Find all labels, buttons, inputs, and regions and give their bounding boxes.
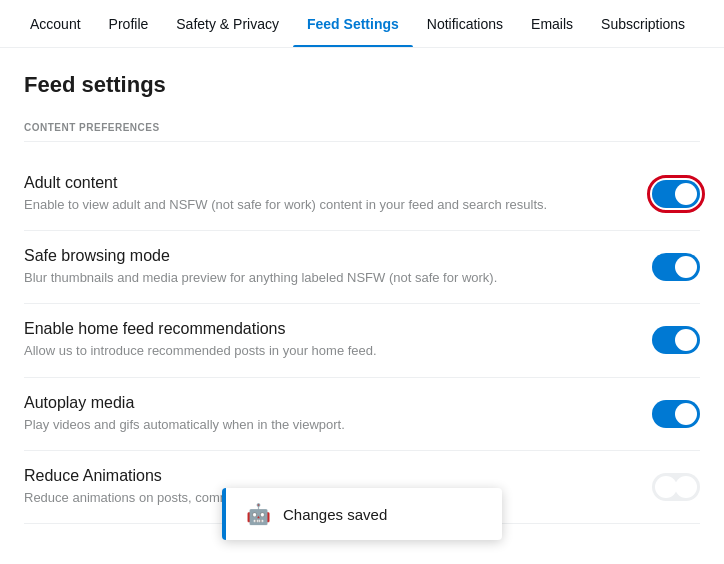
nav-bar: AccountProfileSafety & PrivacyFeed Setti… — [0, 0, 724, 48]
toggle-wrapper-adult-content[interactable] — [652, 180, 700, 208]
settings-title-autoplay-media: Autoplay media — [24, 394, 628, 412]
toggle-safe-browsing[interactable] — [652, 253, 700, 281]
nav-item-profile[interactable]: Profile — [95, 0, 163, 48]
settings-desc-home-feed-recommendations: Allow us to introduce recommended posts … — [24, 342, 628, 360]
settings-title-adult-content: Adult content — [24, 174, 628, 192]
settings-title-home-feed-recommendations: Enable home feed recommendations — [24, 320, 628, 338]
settings-text-safe-browsing: Safe browsing modeBlur thumbnails and me… — [24, 247, 652, 287]
toggle-wrapper-safe-browsing[interactable] — [652, 253, 700, 281]
settings-text-autoplay-media: Autoplay mediaPlay videos and gifs autom… — [24, 394, 652, 434]
section-label: CONTENT PREFERENCES — [24, 122, 700, 142]
changes-saved-toast: 🤖 Changes saved — [222, 488, 502, 540]
toggle-wrapper-reduce-animations[interactable] — [652, 473, 700, 501]
nav-item-subscriptions[interactable]: Subscriptions — [587, 0, 699, 48]
settings-row-safe-browsing: Safe browsing modeBlur thumbnails and me… — [24, 231, 700, 304]
settings-desc-safe-browsing: Blur thumbnails and media preview for an… — [24, 269, 628, 287]
settings-row-autoplay-media: Autoplay mediaPlay videos and gifs autom… — [24, 378, 700, 451]
nav-item-emails[interactable]: Emails — [517, 0, 587, 48]
toggle-wrapper-home-feed-recommendations[interactable] — [652, 326, 700, 354]
toggle-home-feed-recommendations[interactable] — [652, 326, 700, 354]
settings-desc-autoplay-media: Play videos and gifs automatically when … — [24, 416, 628, 434]
nav-item-account[interactable]: Account — [16, 0, 95, 48]
page-title: Feed settings — [24, 72, 700, 98]
nav-item-notifications[interactable]: Notifications — [413, 0, 517, 48]
toggle-adult-content[interactable] — [652, 180, 700, 208]
settings-title-safe-browsing: Safe browsing mode — [24, 247, 628, 265]
toggle-wrapper-autoplay-media[interactable] — [652, 400, 700, 428]
settings-row-adult-content: Adult contentEnable to view adult and NS… — [24, 158, 700, 231]
settings-desc-adult-content: Enable to view adult and NSFW (not safe … — [24, 196, 628, 214]
toast-icon: 🤖 — [246, 502, 271, 526]
main-content: Feed settings CONTENT PREFERENCES Adult … — [0, 48, 724, 524]
nav-item-feed-settings[interactable]: Feed Settings — [293, 0, 413, 48]
settings-text-adult-content: Adult contentEnable to view adult and NS… — [24, 174, 652, 214]
toast-container: 🤖 Changes saved — [222, 488, 502, 540]
nav-item-safety-privacy[interactable]: Safety & Privacy — [162, 0, 293, 48]
toggle-reduce-animations[interactable] — [652, 473, 700, 501]
settings-text-home-feed-recommendations: Enable home feed recommendationsAllow us… — [24, 320, 652, 360]
settings-row-home-feed-recommendations: Enable home feed recommendationsAllow us… — [24, 304, 700, 377]
toast-message: Changes saved — [283, 506, 387, 523]
toggle-autoplay-media[interactable] — [652, 400, 700, 428]
settings-list: Adult contentEnable to view adult and NS… — [24, 158, 700, 524]
settings-title-reduce-animations: Reduce Animations — [24, 467, 628, 485]
